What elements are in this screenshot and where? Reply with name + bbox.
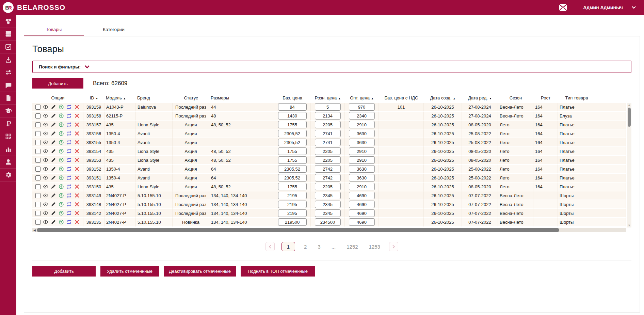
prev-page-button[interactable] (265, 242, 275, 251)
raise-top-selected-button[interactable]: Поднять в ТОП отмеченнные (241, 266, 315, 277)
wholesale-price-input[interactable] (349, 130, 375, 137)
eye-icon[interactable] (43, 122, 48, 127)
row-checkbox[interactable] (35, 122, 41, 127)
delete-icon[interactable] (74, 157, 80, 163)
retail-price-input[interactable] (315, 201, 341, 208)
sidebar-item-comment[interactable] (0, 79, 16, 92)
duplicate-icon[interactable] (66, 184, 72, 189)
wholesale-price-input[interactable] (349, 121, 375, 128)
delete-icon[interactable] (74, 193, 80, 198)
row-checkbox[interactable] (35, 167, 41, 172)
edit-icon[interactable] (51, 113, 56, 119)
base-price-input[interactable] (278, 147, 307, 155)
edit-icon[interactable] (51, 131, 56, 136)
edit-icon[interactable] (51, 202, 56, 207)
eye-icon[interactable] (43, 219, 48, 225)
edit-icon[interactable] (51, 140, 56, 145)
sidebar-item-download[interactable] (0, 53, 16, 66)
row-checkbox[interactable] (35, 202, 41, 207)
wholesale-price-input[interactable] (349, 174, 375, 182)
column-header-brand[interactable]: Бренд (136, 93, 173, 103)
duplicate-icon[interactable] (66, 104, 72, 110)
eye-icon[interactable] (43, 113, 48, 119)
retail-price-input[interactable] (315, 218, 341, 226)
retail-price-input[interactable] (315, 147, 341, 155)
duplicate-icon[interactable] (66, 202, 72, 207)
base-price-input[interactable] (278, 209, 307, 217)
raise-top-icon[interactable] (59, 104, 64, 110)
base-price-input[interactable] (278, 192, 307, 199)
row-checkbox[interactable] (35, 149, 41, 154)
base-price-input[interactable] (278, 139, 307, 146)
wholesale-price-input[interactable] (349, 103, 375, 111)
add-button[interactable]: Добавить (32, 78, 83, 89)
column-header-season[interactable]: Сезон (498, 93, 533, 103)
retail-price-input[interactable] (315, 174, 341, 182)
brand-logo[interactable]: BR BELAROSSO (3, 2, 65, 13)
column-header-wholesale_price[interactable]: Опт. цена▲ (345, 93, 379, 103)
page-button-1253[interactable]: 1253 (367, 243, 382, 250)
eye-icon[interactable] (43, 131, 48, 136)
user-menu[interactable]: Админ Админыч (583, 5, 636, 10)
base-price-input[interactable] (278, 218, 307, 226)
delete-icon[interactable] (74, 202, 80, 207)
scroll-up-icon[interactable]: ▲ (628, 103, 631, 107)
wholesale-price-input[interactable] (349, 147, 375, 155)
next-page-button[interactable] (389, 242, 398, 251)
scroll-down-icon[interactable]: ▼ (628, 223, 631, 227)
column-header-type[interactable]: Тип товара (558, 93, 595, 103)
base-price-input[interactable] (278, 130, 307, 137)
delete-icon[interactable] (74, 184, 80, 189)
eye-icon[interactable] (43, 157, 48, 163)
raise-top-icon[interactable] (59, 219, 64, 225)
sidebar-item-bar-chart[interactable] (0, 143, 16, 156)
eye-icon[interactable] (43, 166, 48, 172)
raise-top-icon[interactable] (59, 193, 64, 198)
horizontal-scroll-thumb[interactable] (37, 228, 559, 232)
duplicate-icon[interactable] (66, 122, 72, 127)
wholesale-price-input[interactable] (349, 112, 375, 120)
page-button-1[interactable]: 1 (281, 242, 295, 251)
column-header-sizes[interactable]: Размеры (209, 93, 274, 103)
wholesale-price-input[interactable] (349, 201, 375, 208)
base-price-input[interactable] (278, 165, 307, 173)
wholesale-price-input[interactable] (349, 192, 375, 199)
retail-price-input[interactable] (315, 139, 341, 146)
raise-top-icon[interactable] (59, 148, 64, 154)
duplicate-icon[interactable] (66, 140, 72, 145)
duplicate-icon[interactable] (66, 113, 72, 119)
retail-price-input[interactable] (315, 156, 341, 164)
duplicate-icon[interactable] (66, 193, 72, 198)
column-header-base_price[interactable]: Баз. цена (274, 93, 311, 103)
base-price-input[interactable] (278, 183, 307, 190)
sidebar-item-check-square[interactable] (0, 41, 16, 53)
sidebar-item-gear[interactable] (0, 169, 16, 182)
page-button-2[interactable]: 2 (302, 243, 309, 250)
horizontal-scrollbar[interactable]: ◀ (32, 228, 626, 232)
eye-icon[interactable] (43, 140, 48, 145)
wholesale-price-input[interactable] (349, 165, 375, 173)
delete-icon[interactable] (74, 210, 80, 216)
delete-icon[interactable] (74, 166, 80, 172)
sidebar-item-document[interactable] (0, 92, 16, 105)
retail-price-input[interactable] (315, 112, 341, 120)
base-price-input[interactable] (278, 103, 307, 111)
base-price-input[interactable] (278, 201, 307, 208)
row-checkbox[interactable] (35, 131, 41, 136)
eye-icon[interactable] (43, 104, 48, 110)
page-button-1252[interactable]: 1252 (344, 243, 360, 250)
raise-top-icon[interactable] (59, 131, 64, 136)
eye-icon[interactable] (43, 202, 48, 207)
row-checkbox[interactable] (35, 158, 41, 163)
delete-icon[interactable] (74, 122, 80, 127)
row-checkbox[interactable] (35, 220, 41, 225)
retail-price-input[interactable] (315, 183, 341, 190)
wholesale-price-input[interactable] (349, 139, 375, 146)
eye-icon[interactable] (43, 175, 48, 180)
base-price-input[interactable] (278, 121, 307, 128)
mail-icon[interactable] (559, 4, 567, 11)
raise-top-icon[interactable] (59, 122, 64, 127)
tab-categories[interactable]: Категории (84, 24, 144, 36)
raise-top-icon[interactable] (59, 113, 64, 119)
retail-price-input[interactable] (315, 121, 341, 128)
